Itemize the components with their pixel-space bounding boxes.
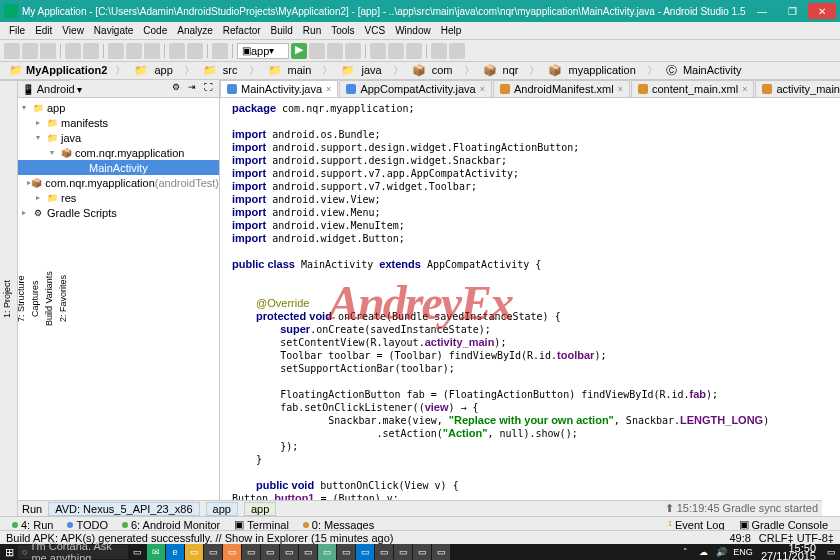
menu-edit[interactable]: Edit: [30, 25, 57, 36]
tray-icon[interactable]: ☁: [695, 544, 713, 560]
editor-tab[interactable]: AndroidManifest.xml×: [493, 80, 630, 97]
project-hide-icon[interactable]: ⛶: [201, 82, 215, 96]
breadcrumb-item[interactable]: 📁 MyApplication2: [6, 64, 110, 77]
sync-icon[interactable]: [40, 43, 56, 59]
tool-tab-captures[interactable]: Captures: [28, 80, 42, 516]
close-tab-icon: ×: [742, 84, 747, 94]
task-icon[interactable]: ▭: [432, 544, 450, 560]
window-title: My Application - [C:\Users\Adamin\Androi…: [22, 6, 748, 17]
maximize-button[interactable]: ❐: [778, 3, 806, 19]
attach-icon[interactable]: [327, 43, 343, 59]
run-app-tab[interactable]: app: [206, 502, 238, 516]
menu-window[interactable]: Window: [390, 25, 436, 36]
task-icon[interactable]: ▭: [185, 544, 203, 560]
run-config-combo[interactable]: ▣ app ▾: [237, 43, 289, 59]
avd-label[interactable]: AVD: Nexus_5_API_23_x86: [48, 502, 199, 516]
tray-lang[interactable]: ENG: [731, 544, 755, 560]
close-tab-icon: ×: [480, 84, 485, 94]
editor-tab[interactable]: content_main.xml×: [631, 80, 754, 97]
task-icon[interactable]: ▭: [356, 544, 374, 560]
code-editor[interactable]: package com.nqr.myapplication; import an…: [220, 98, 840, 516]
tool-tab-favorites[interactable]: 2: Favorites: [56, 80, 70, 516]
editor-tab[interactable]: activity_main.xml×: [755, 80, 840, 97]
task-icon[interactable]: ▭: [299, 544, 317, 560]
task-icon[interactable]: ▭: [261, 544, 279, 560]
close-tab-icon: ×: [618, 84, 623, 94]
menu-code[interactable]: Code: [138, 25, 172, 36]
breadcrumb-item[interactable]: 📦 com: [409, 64, 459, 77]
status-bar: Build APK: APK(s) generated successfully…: [0, 530, 840, 544]
redo-icon[interactable]: [83, 43, 99, 59]
caret-position: 49:8: [729, 532, 750, 544]
task-icon[interactable]: ▭: [413, 544, 431, 560]
breadcrumb-item[interactable]: 📁 java: [338, 64, 387, 77]
tool-tab-project[interactable]: 1: Project: [0, 80, 14, 516]
tray-icon[interactable]: 🔊: [713, 544, 731, 560]
run-app-tab-2[interactable]: app: [244, 502, 276, 516]
project-collapse-icon[interactable]: ⇥: [185, 82, 199, 96]
minimize-button[interactable]: —: [748, 3, 776, 19]
task-view-icon[interactable]: ▭: [128, 544, 146, 560]
task-icon[interactable]: ▭: [223, 544, 241, 560]
task-icon[interactable]: ▭: [337, 544, 355, 560]
menu-run[interactable]: Run: [298, 25, 326, 36]
open-icon[interactable]: [4, 43, 20, 59]
breadcrumb-item[interactable]: 📁 main: [265, 64, 318, 77]
sdk-icon[interactable]: [388, 43, 404, 59]
menu-build[interactable]: Build: [266, 25, 298, 36]
forward-icon[interactable]: [187, 43, 203, 59]
debug-icon[interactable]: [309, 43, 325, 59]
task-icon[interactable]: ▭: [204, 544, 222, 560]
editor-tab[interactable]: MainActivity.java×: [220, 80, 338, 97]
project-settings-icon[interactable]: ⚙: [169, 82, 183, 96]
tool-tab-structure[interactable]: 7: Structure: [14, 80, 28, 516]
help-icon[interactable]: [449, 43, 465, 59]
run-bar: Run AVD: Nexus_5_API_23_x86 app app ⬆ 15…: [18, 500, 822, 516]
breadcrumb-item[interactable]: 📁 src: [200, 64, 244, 77]
tool-tab-build-variants[interactable]: Build Variants: [42, 80, 56, 516]
editor-tab[interactable]: AppCompatActivity.java×: [339, 80, 492, 97]
task-icon[interactable]: ▭: [375, 544, 393, 560]
task-icon[interactable]: e: [166, 544, 184, 560]
cortana-search[interactable]: ○ I'm Cortana. Ask me anything.: [18, 545, 128, 559]
menu-refactor[interactable]: Refactor: [218, 25, 266, 36]
task-icon[interactable]: ▭: [318, 544, 336, 560]
undo-icon[interactable]: [65, 43, 81, 59]
menu-analyze[interactable]: Analyze: [172, 25, 218, 36]
cut-icon[interactable]: [108, 43, 124, 59]
monitor-icon[interactable]: [406, 43, 422, 59]
tray-up-icon[interactable]: ˄: [677, 544, 695, 560]
breadcrumb-item[interactable]: 📦 nqr: [480, 64, 525, 77]
main-toolbar: ▣ app ▾ ▶: [0, 40, 840, 62]
run-icon[interactable]: ▶: [291, 43, 307, 59]
paste-icon[interactable]: [144, 43, 160, 59]
menu-navigate[interactable]: Navigate: [89, 25, 138, 36]
task-icon[interactable]: ✉: [147, 544, 165, 560]
app-icon: [4, 4, 18, 18]
tray-notifications-icon[interactable]: ▭: [822, 544, 840, 560]
editor-area: MainActivity.java×AppCompatActivity.java…: [220, 80, 840, 516]
copy-icon[interactable]: [126, 43, 142, 59]
menu-vcs[interactable]: VCS: [360, 25, 391, 36]
task-icon[interactable]: ▭: [394, 544, 412, 560]
menu-tools[interactable]: Tools: [326, 25, 359, 36]
close-button[interactable]: ✕: [808, 3, 836, 19]
window-titlebar: My Application - [C:\Users\Adamin\Androi…: [0, 0, 840, 22]
stop-icon[interactable]: [345, 43, 361, 59]
save-icon[interactable]: [22, 43, 38, 59]
breadcrumb: 📁 MyApplication2〉 📁 app〉 📁 src〉 📁 main〉 …: [0, 62, 840, 80]
back-icon[interactable]: [169, 43, 185, 59]
task-icon[interactable]: ▭: [242, 544, 260, 560]
make-icon[interactable]: [212, 43, 228, 59]
avd-icon[interactable]: [370, 43, 386, 59]
menu-help[interactable]: Help: [436, 25, 467, 36]
breadcrumb-item[interactable]: 📁 app: [131, 64, 178, 77]
menu-view[interactable]: View: [57, 25, 89, 36]
breadcrumb-item[interactable]: Ⓒ MainActivity: [663, 63, 748, 78]
start-button[interactable]: ⊞: [0, 544, 18, 560]
settings-icon[interactable]: [431, 43, 447, 59]
task-icon[interactable]: ▭: [280, 544, 298, 560]
menu-file[interactable]: File: [4, 25, 30, 36]
breadcrumb-item[interactable]: 📦 myapplication: [545, 64, 641, 77]
tray-clock[interactable]: 15:5027/11/2015: [755, 544, 822, 560]
